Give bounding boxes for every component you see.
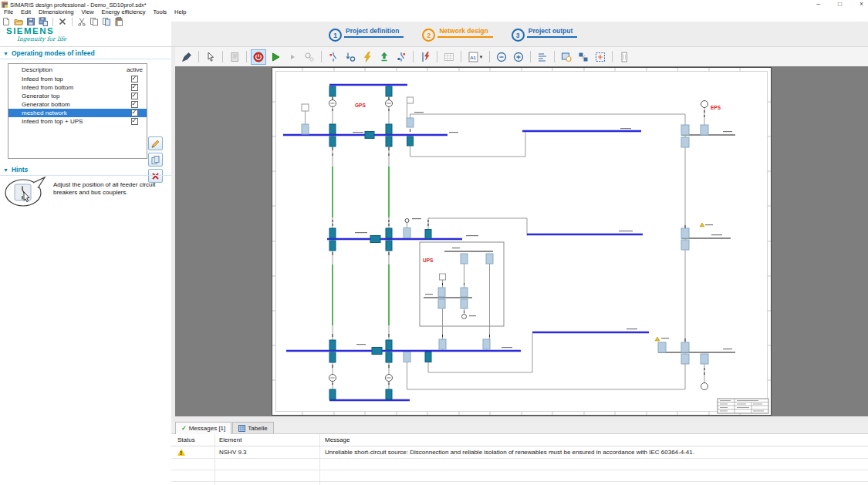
active-checkbox[interactable] bbox=[131, 93, 138, 99]
zoom-selection-icon[interactable] bbox=[593, 49, 608, 65]
short-circuit-icon[interactable] bbox=[360, 49, 375, 65]
step-1-circle: 1 bbox=[329, 29, 342, 42]
grid-icon[interactable] bbox=[441, 49, 457, 65]
copy-icon[interactable] bbox=[89, 17, 100, 27]
workflow-header: 1 Project definition 2 Network design 3 … bbox=[171, 22, 868, 47]
col-element: Element bbox=[215, 434, 320, 446]
edit-mode-button[interactable] bbox=[148, 136, 163, 150]
active-checkbox[interactable] bbox=[131, 84, 138, 91]
mode-row[interactable]: Infeed from top bbox=[8, 75, 147, 83]
delete-icon[interactable] bbox=[57, 17, 68, 27]
maximize-button[interactable]: □ bbox=[838, 0, 842, 8]
tab-tabelle[interactable]: Tabelle bbox=[232, 422, 273, 433]
step-project-output[interactable]: 3 Project output bbox=[512, 25, 578, 42]
titlebar: SIMARIS design professional - Demo_SD10p… bbox=[0, 0, 868, 8]
menu-edit[interactable]: Edit bbox=[17, 8, 35, 16]
col-active: active bbox=[127, 66, 143, 73]
step-project-definition[interactable]: 1 Project definition bbox=[329, 25, 404, 42]
page-format-a1-icon[interactable]: A1▼ bbox=[465, 49, 485, 65]
load-arrows-icon[interactable] bbox=[343, 49, 358, 65]
close-button[interactable]: × bbox=[860, 0, 863, 8]
hints-header[interactable]: ▼ Hints bbox=[0, 163, 171, 176]
empty-row bbox=[171, 459, 868, 470]
save-icon[interactable] bbox=[25, 17, 36, 27]
menu-dimensioning[interactable]: Dimensioning bbox=[35, 8, 77, 16]
pencil-icon bbox=[150, 139, 160, 149]
single-line-diagram: GPS EPS UPS bbox=[272, 67, 772, 416]
page-view-icon[interactable] bbox=[616, 49, 632, 65]
messages-panel: ✓ Messages [1] Tabelle Status Element Me… bbox=[171, 422, 868, 485]
window-title: SIMARIS design professional - Demo_SD10p… bbox=[10, 2, 147, 8]
messages-header-row: Status Element Message bbox=[171, 434, 868, 446]
active-checkbox[interactable] bbox=[131, 76, 138, 83]
drawing-canvas[interactable]: GPS EPS UPS bbox=[175, 66, 868, 416]
title-block bbox=[718, 399, 768, 413]
menubar: File Edit Dimensioning View Energy effic… bbox=[0, 8, 868, 16]
operating-modes-header[interactable]: ▼ Operating modes of infeed bbox=[0, 47, 171, 59]
simaris-app-window: SIMARIS design professional - Demo_SD10p… bbox=[0, 0, 868, 485]
active-checkbox[interactable] bbox=[131, 101, 138, 108]
mode-row[interactable]: Infeed from bottom bbox=[8, 83, 147, 92]
mode-row-selected[interactable]: meshed network bbox=[8, 109, 147, 117]
switch-state-icon[interactable] bbox=[326, 49, 341, 65]
align-icon[interactable] bbox=[535, 49, 550, 65]
zoom-in-icon[interactable] bbox=[511, 49, 526, 65]
dropdown-arrow-icon[interactable]: ▼ bbox=[479, 55, 484, 59]
hint-bubble-icon bbox=[4, 176, 47, 208]
drawing-page[interactable]: GPS EPS UPS bbox=[272, 67, 772, 416]
menu-tools[interactable]: Tools bbox=[150, 8, 171, 16]
properties-icon[interactable] bbox=[227, 49, 242, 65]
messages-splitter[interactable] bbox=[171, 416, 868, 422]
hint-item: Adjust the position of all feeder circui… bbox=[4, 176, 171, 208]
collapse-arrow-icon: ▼ bbox=[3, 167, 8, 173]
diagram-toolbar: A1▼ bbox=[175, 47, 868, 67]
collapse-arrow-icon: ▼ bbox=[3, 51, 8, 56]
col-description: Description bbox=[8, 66, 127, 73]
switch-fault-icon[interactable] bbox=[393, 49, 409, 65]
siemens-logo: SIEMENS Ingenuity for life bbox=[6, 26, 66, 42]
step-3-circle: 3 bbox=[512, 29, 525, 42]
workflow-steps: 1 Project definition 2 Network design 3 … bbox=[329, 25, 577, 42]
main-toolbar bbox=[1, 16, 124, 27]
operating-mode-power-icon[interactable] bbox=[251, 49, 266, 65]
connect-tool-icon[interactable] bbox=[179, 49, 194, 65]
active-checkbox[interactable] bbox=[131, 118, 138, 125]
paste-icon[interactable] bbox=[113, 17, 124, 27]
menu-help[interactable]: Help bbox=[171, 8, 190, 16]
active-checkbox[interactable] bbox=[131, 109, 138, 116]
mode-row[interactable]: Generator bottom bbox=[8, 100, 147, 109]
save-as-icon[interactable] bbox=[38, 17, 49, 27]
open-file-icon[interactable] bbox=[13, 17, 24, 27]
mode-row[interactable]: Generator top bbox=[8, 92, 147, 100]
warning-icon bbox=[177, 449, 185, 456]
fault-current-icon[interactable] bbox=[417, 49, 433, 65]
operating-modes-table: Description active Infeed from top Infee… bbox=[8, 63, 147, 159]
copy-format-icon[interactable] bbox=[101, 17, 112, 27]
zoom-fit-icon[interactable] bbox=[576, 49, 591, 65]
energy-efficiency-icon[interactable] bbox=[377, 49, 392, 65]
tab-messages[interactable]: ✓ Messages [1] bbox=[175, 422, 231, 434]
sidebar: ▼ Operating modes of infeed Description … bbox=[0, 47, 171, 485]
calculate-icon[interactable] bbox=[268, 49, 283, 65]
select-tool-icon[interactable] bbox=[203, 49, 218, 65]
new-file-icon[interactable] bbox=[1, 17, 12, 27]
calculate-step-icon[interactable] bbox=[285, 49, 300, 65]
menu-energy-efficiency[interactable]: Energy efficiency bbox=[98, 8, 150, 16]
cut-icon[interactable] bbox=[76, 17, 87, 27]
menu-view[interactable]: View bbox=[77, 8, 97, 16]
menu-file[interactable]: File bbox=[0, 8, 17, 16]
col-message: Message bbox=[320, 436, 868, 443]
empty-row bbox=[171, 482, 868, 485]
empty-row bbox=[171, 470, 868, 482]
message-text: Unreliable short-circuit source: Disconn… bbox=[320, 449, 868, 456]
mode-row[interactable]: Infeed from top + UPS bbox=[8, 117, 147, 126]
search-icon[interactable] bbox=[302, 49, 317, 65]
table-header-row: Description active bbox=[8, 64, 147, 75]
step-network-design[interactable]: 2 Network design bbox=[422, 25, 492, 42]
eps-label: EPS bbox=[711, 105, 721, 110]
zoom-window-icon[interactable] bbox=[559, 49, 574, 65]
message-row[interactable]: NSHV 9.3 Unreliable short-circuit source… bbox=[171, 446, 868, 459]
zoom-out-icon[interactable] bbox=[494, 49, 509, 65]
gps-label: GPS bbox=[355, 103, 366, 108]
minimize-button[interactable]: – bbox=[816, 0, 820, 8]
